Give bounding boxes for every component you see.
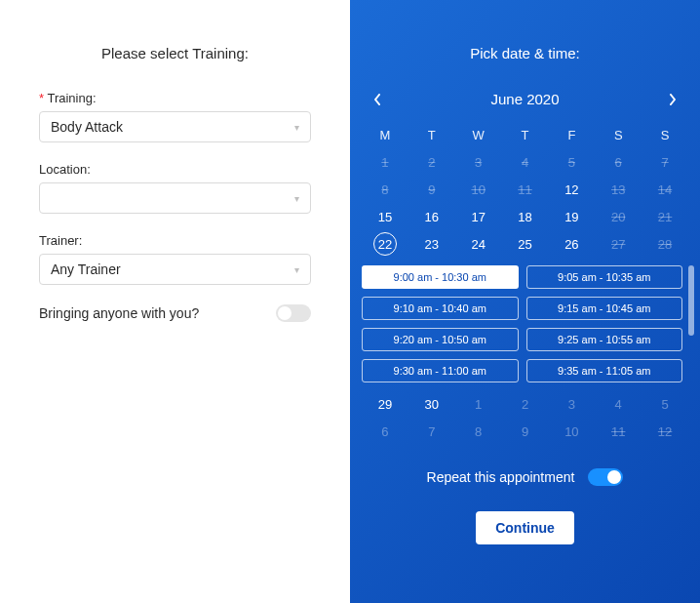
continue-button[interactable]: Continue	[476, 511, 574, 544]
chevron-left-icon	[373, 94, 381, 105]
calendar-day: 10	[455, 176, 502, 203]
calendar-day: 8	[455, 418, 502, 445]
trainer-field: Trainer: Any Trainer ▾	[39, 233, 311, 285]
month-label: June 2020	[385, 91, 665, 107]
chevron-down-icon: ▾	[294, 193, 299, 204]
chevron-down-icon: ▾	[294, 264, 299, 275]
location-select[interactable]: ▾	[39, 182, 311, 214]
calendar-week: 6789101112	[362, 418, 688, 445]
location-label: Location:	[39, 162, 311, 177]
weekday-head: T	[502, 121, 549, 148]
month-nav: June 2020	[350, 91, 700, 107]
calendar-day[interactable]: 25	[502, 230, 549, 258]
calendar-day: 2	[502, 390, 549, 418]
chevron-down-icon: ▾	[294, 122, 299, 133]
calendar-day[interactable]: 12	[548, 176, 595, 203]
chevron-right-icon	[669, 94, 677, 105]
repeat-toggle[interactable]	[588, 468, 623, 486]
calendar-day[interactable]: 24	[455, 230, 502, 258]
calendar-day: 7	[642, 148, 688, 176]
calendar-day: 4	[595, 390, 642, 418]
calendar-day: 10	[548, 418, 595, 445]
bring-row: Bringing anyone with you?	[39, 304, 311, 322]
left-title: Please select Training:	[39, 45, 311, 61]
time-slot[interactable]: 9:35 am - 11:05 am	[526, 359, 683, 382]
bring-label: Bringing anyone with you?	[39, 305, 199, 321]
trainer-label: Trainer:	[39, 233, 311, 248]
calendar-day: 6	[595, 148, 642, 176]
time-slot[interactable]: 9:30 am - 11:00 am	[362, 359, 519, 382]
calendar-day: 21	[642, 203, 688, 230]
calendar-day: 8	[362, 176, 408, 203]
right-title: Pick date & time:	[350, 45, 700, 61]
calendar-day: 2	[408, 148, 455, 176]
calendar-day: 5	[642, 390, 688, 418]
weekday-head: W	[455, 121, 502, 148]
calendar-day: 5	[548, 148, 595, 176]
time-slot[interactable]: 9:20 am - 10:50 am	[362, 328, 519, 351]
calendar-day[interactable]: 29	[362, 390, 408, 418]
time-slot[interactable]: 9:00 am - 10:30 am	[362, 265, 519, 289]
right-panel: Pick date & time: June 2020 MTWTFSS 1234…	[350, 0, 700, 603]
calendar-day[interactable]: 16	[408, 203, 455, 230]
time-slot[interactable]: 9:15 am - 10:45 am	[526, 297, 683, 320]
calendar-day[interactable]: 23	[408, 230, 455, 258]
calendar-day: 14	[642, 176, 688, 203]
calendar-day: 12	[642, 418, 688, 445]
time-slots: 9:00 am - 10:30 am9:05 am - 10:35 am9:10…	[362, 265, 688, 382]
calendar-week: 293012345	[362, 390, 688, 418]
calendar-day[interactable]: 19	[548, 203, 595, 230]
calendar-day: 20	[595, 203, 642, 230]
calendar-day: 1	[455, 390, 502, 418]
calendar-day: 1	[362, 148, 408, 176]
calendar: MTWTFSS 12345678910111213141516171819202…	[350, 121, 700, 258]
calendar-day: 7	[408, 418, 455, 445]
calendar-day[interactable]: 18	[502, 203, 549, 230]
calendar-day: 9	[502, 418, 549, 445]
calendar-day[interactable]: 22	[362, 230, 408, 258]
scrollbar[interactable]	[688, 265, 694, 382]
time-slot[interactable]: 9:05 am - 10:35 am	[526, 265, 683, 289]
training-select[interactable]: Body Attack ▾	[39, 111, 311, 142]
trainer-value: Any Trainer	[51, 261, 121, 277]
toggle-knob	[278, 306, 292, 320]
calendar-week: 22232425262728	[362, 230, 688, 258]
training-field: Training: Body Attack ▾	[39, 91, 311, 142]
calendar-day[interactable]: 26	[548, 230, 595, 258]
scrollbar-thumb[interactable]	[688, 265, 694, 336]
calendar-day[interactable]: 15	[362, 203, 408, 230]
prev-month-button[interactable]	[369, 92, 385, 107]
calendar-day: 6	[362, 418, 408, 445]
calendar-week: 891011121314	[362, 176, 688, 203]
calendar-day: 3	[455, 148, 502, 176]
time-slot[interactable]: 9:10 am - 10:40 am	[362, 297, 519, 320]
calendar-day: 11	[595, 418, 642, 445]
calendar-day: 27	[595, 230, 642, 258]
toggle-knob	[607, 470, 621, 484]
training-value: Body Attack	[51, 119, 123, 135]
calendar-day: 28	[642, 230, 688, 258]
left-panel: Please select Training: Training: Body A…	[0, 0, 350, 603]
weekday-head: S	[642, 121, 688, 148]
weekday-head: T	[408, 121, 455, 148]
weekday-head: F	[548, 121, 595, 148]
weekday-header-row: MTWTFSS	[362, 121, 688, 148]
trainer-select[interactable]: Any Trainer ▾	[39, 254, 311, 285]
training-label: Training:	[39, 91, 311, 105]
calendar-day: 4	[502, 148, 549, 176]
calendar-day[interactable]: 17	[455, 203, 502, 230]
calendar-day: 13	[595, 176, 642, 203]
calendar-day[interactable]: 30	[408, 390, 455, 418]
calendar-day: 11	[502, 176, 549, 203]
calendar-day: 3	[548, 390, 595, 418]
bring-toggle[interactable]	[276, 304, 311, 322]
next-month-button[interactable]	[665, 92, 681, 107]
location-field: Location: ▾	[39, 162, 311, 214]
calendar-week: 1234567	[362, 148, 688, 176]
weekday-head: S	[595, 121, 642, 148]
repeat-row: Repeat this appointment	[350, 468, 700, 486]
calendar-week: 15161718192021	[362, 203, 688, 230]
time-slot[interactable]: 9:25 am - 10:55 am	[526, 328, 683, 351]
calendar-day: 9	[408, 176, 455, 203]
weekday-head: M	[362, 121, 408, 148]
